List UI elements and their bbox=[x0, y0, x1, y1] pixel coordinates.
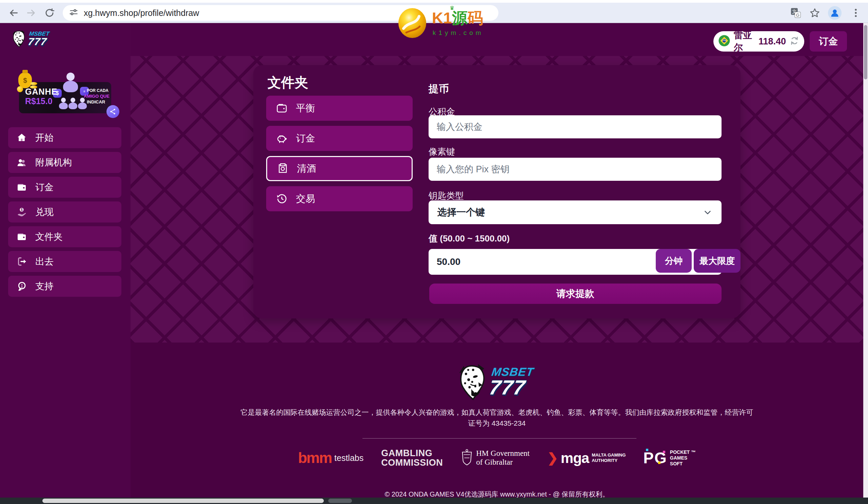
sidebar-item-label: 订金 bbox=[35, 181, 54, 193]
pixel-decoration bbox=[663, 451, 665, 453]
gibraltar-line1: HM Government bbox=[476, 449, 530, 458]
promo-amount: R$15.0 bbox=[25, 96, 53, 106]
gibraltar-crest-icon bbox=[461, 449, 473, 467]
browser-toolbar: xg.hwym.shop/profile/withdraw 文G bbox=[0, 3, 868, 23]
vertical-scrollbar[interactable] bbox=[863, 23, 868, 497]
back-icon[interactable] bbox=[8, 8, 19, 18]
max-button[interactable]: 最大限度 bbox=[694, 249, 741, 273]
form-title: 提币 bbox=[428, 82, 449, 96]
brazil-flag-icon bbox=[718, 34, 730, 48]
person-figure-icon bbox=[78, 102, 87, 109]
tab-withdraw[interactable]: 清酒 bbox=[266, 156, 413, 181]
site-logo[interactable]: MSBET 777 bbox=[12, 29, 49, 48]
key-type-value: 选择一个键 bbox=[437, 206, 485, 219]
deposit-button[interactable]: 订金 bbox=[810, 31, 847, 52]
cash-hand-icon: $ bbox=[16, 207, 27, 217]
sidebar-item-logout[interactable]: 出去 bbox=[8, 251, 121, 272]
forward-icon[interactable] bbox=[26, 8, 37, 18]
balance-amount: 118.40 bbox=[758, 36, 786, 47]
min-button[interactable]: 分钟 bbox=[656, 249, 692, 273]
coin-icon bbox=[30, 82, 37, 85]
refresh-balance-icon[interactable] bbox=[789, 35, 799, 47]
vertical-scrollbar-thumb[interactable] bbox=[864, 25, 867, 79]
withdraw-form: 提币 公积金 像素键 钥匙类型 选择一个键 值 (50.00 ~ 1500.00… bbox=[428, 65, 724, 318]
menu-dots-icon[interactable] bbox=[850, 7, 861, 19]
mga-logo: ❯ mga MALTA GAMING AUTHORITY bbox=[547, 451, 626, 464]
license-logos-row: bmm testlabs GAMBLING COMMISSION HM Gove… bbox=[131, 449, 863, 468]
gc-line1: GAMBLING bbox=[381, 449, 443, 458]
history-icon bbox=[276, 193, 288, 205]
tab-strip bbox=[0, 0, 868, 3]
pix-key-label: 像素键 bbox=[428, 146, 455, 158]
mga-text: mga bbox=[561, 452, 589, 464]
brand-number: 777 bbox=[488, 378, 533, 398]
mga-line2: AUTHORITY bbox=[592, 458, 626, 463]
chevron-down-icon bbox=[703, 207, 713, 217]
pix-key-input[interactable] bbox=[428, 158, 722, 181]
brand-name: MSBET bbox=[29, 31, 50, 37]
svg-text:$: $ bbox=[21, 208, 23, 212]
url-text[interactable]: xg.hwym.shop/profile/withdraw bbox=[84, 8, 199, 18]
cpf-input[interactable] bbox=[428, 115, 722, 138]
person-figure-icon bbox=[69, 102, 77, 109]
profile-avatar[interactable] bbox=[828, 7, 841, 19]
pixel-decoration bbox=[658, 462, 661, 464]
tab-label: 清酒 bbox=[297, 162, 316, 175]
coin-icon bbox=[17, 86, 23, 92]
tab-balance[interactable]: 平衡 bbox=[266, 96, 413, 121]
key-type-label: 钥匙类型 bbox=[428, 190, 464, 202]
person-figure-icon bbox=[63, 81, 78, 92]
home-icon bbox=[16, 132, 27, 143]
tab-deposit[interactable]: 订金 bbox=[266, 126, 413, 151]
promo-por-cada: POR CADA bbox=[87, 88, 108, 93]
person-figure-icon bbox=[59, 102, 68, 109]
value-range-label: 值 (50.00 ~ 1500.00) bbox=[428, 233, 510, 245]
mga-line1: MALTA GAMING bbox=[592, 452, 626, 458]
sidebar-item-wallet[interactable]: 文件夹 bbox=[8, 226, 121, 247]
card-title: 文件夹 bbox=[268, 73, 308, 92]
horizontal-scrollbar-thumb[interactable] bbox=[42, 498, 324, 503]
sidebar-item-support[interactable]: 支持 bbox=[8, 276, 121, 297]
person-figure-icon bbox=[61, 98, 66, 102]
balance-display[interactable]: 雷亚尔 118.40 bbox=[713, 31, 804, 52]
horizontal-scrollbar-segment bbox=[328, 498, 352, 503]
key-type-select[interactable]: 选择一个键 bbox=[428, 200, 722, 224]
gibraltar-line2: of Gibraltar bbox=[476, 458, 530, 467]
gc-line2: COMMISSION bbox=[381, 458, 443, 467]
sidebar-item-home[interactable]: 开始 bbox=[8, 127, 121, 148]
sidebar-item-affiliates[interactable]: 附属机构 bbox=[8, 152, 121, 173]
pg-line1: POCKET ™ bbox=[670, 449, 696, 455]
footer-divider bbox=[362, 438, 637, 439]
leopard-icon bbox=[12, 29, 26, 48]
translate-icon[interactable]: 文G bbox=[790, 7, 802, 19]
promo-amigo-que: AMIGO QUE bbox=[84, 94, 110, 99]
bmm-sub-text: testlabs bbox=[334, 453, 363, 463]
svg-text:G: G bbox=[796, 12, 799, 18]
reload-icon[interactable] bbox=[44, 8, 55, 18]
person-figure-icon bbox=[71, 98, 75, 102]
request-withdraw-button[interactable]: 请求提款 bbox=[429, 284, 722, 304]
bmm-text: bmm bbox=[298, 450, 332, 465]
horizontal-scrollbar[interactable] bbox=[0, 497, 868, 504]
address-bar[interactable]: xg.hwym.shop/profile/withdraw bbox=[63, 5, 498, 21]
tab-transactions[interactable]: 交易 bbox=[266, 186, 413, 211]
pixel-decoration bbox=[646, 449, 648, 451]
promo-ganhe: GANHE bbox=[25, 87, 57, 97]
bookmark-star-icon[interactable] bbox=[809, 7, 820, 19]
gambling-commission-logo: GAMBLING COMMISSION bbox=[381, 449, 443, 468]
sidebar-item-deposit[interactable]: 订金 bbox=[8, 177, 121, 198]
support-icon bbox=[16, 281, 27, 292]
piggy-bank-icon bbox=[276, 132, 288, 144]
referral-promo-banner[interactable]: $ $ ≡ GANHE R$15.0 POR CADA AMIGO QUE IN… bbox=[15, 73, 117, 116]
pg-line2: GAMES bbox=[670, 455, 696, 461]
sidebar-item-label: 文件夹 bbox=[35, 230, 63, 243]
sidebar-item-cashout[interactable]: $ 兑现 bbox=[8, 202, 121, 223]
mga-chevron: ❯ bbox=[547, 451, 558, 464]
wallet-outline-icon bbox=[276, 102, 288, 114]
person-figure-icon bbox=[66, 73, 75, 81]
sidebar-item-label: 支持 bbox=[35, 280, 54, 292]
pg-text: PG bbox=[643, 450, 667, 466]
gibraltar-logo: HM Government of Gibraltar bbox=[461, 449, 530, 467]
site-settings-icon[interactable] bbox=[69, 8, 78, 18]
brand-name: MSBET bbox=[491, 366, 535, 378]
